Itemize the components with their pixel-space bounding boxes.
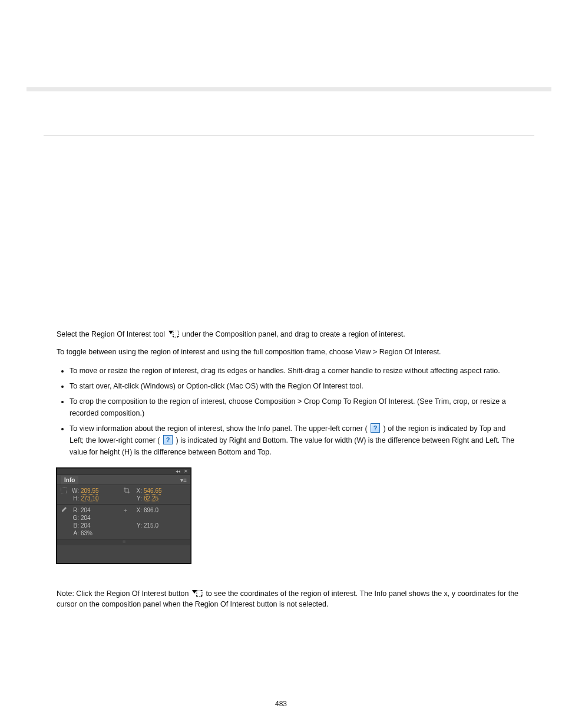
panel-close-icon[interactable]: ✕	[184, 469, 188, 474]
paragraph-roi-select: Select the Region Of Interest tool under…	[57, 329, 521, 340]
value-y[interactable]: 82.25	[144, 495, 162, 502]
value-r: 204	[81, 507, 92, 513]
label-x: X:	[133, 487, 144, 494]
value-x2: 696.0	[144, 507, 158, 513]
info-section-color: R:204 G:204 B:204 A:63% + X:696.0 Y:215.…	[57, 505, 190, 539]
svg-rect-6	[61, 487, 67, 493]
value-w[interactable]: 209.55	[81, 487, 99, 494]
panel-collapse-icon[interactable]: ◂◂	[176, 469, 180, 474]
list-item: To start over, Alt-click (Windows) or Op…	[70, 380, 521, 392]
info-col-anchor: X:546.65 Y:82.25	[124, 487, 187, 502]
value-x[interactable]: 546.65	[144, 487, 162, 494]
bounds-icon	[61, 487, 70, 502]
paragraph-toggle: To toggle between using the region of in…	[57, 347, 521, 357]
svg-marker-7	[192, 590, 197, 594]
bullet-list: To move or resize the region of interest…	[57, 365, 521, 458]
list-item: To view information about the region of …	[70, 423, 521, 458]
help-icon	[371, 423, 380, 433]
text: To view information about the region of …	[70, 424, 368, 433]
page-number: 483	[0, 700, 562, 708]
info-panel: ◂◂ ✕ Info ▾≡ W:209.55 H:273.10	[57, 468, 191, 564]
tab-info[interactable]: Info	[61, 476, 78, 485]
body-text-lower: Note: Click the Region Of Interest butto…	[57, 581, 521, 617]
panel-menu-icon[interactable]: ▾≡	[180, 477, 187, 483]
paragraph-note: Note: Click the Region Of Interest butto…	[57, 588, 521, 610]
value-y2: 215.0	[144, 522, 158, 529]
text: To crop the composition to the region of…	[70, 397, 506, 417]
info-col-rgba: R:204 G:204 B:204 A:63%	[61, 507, 124, 536]
body-text-upper: Select the Region Of Interest tool under…	[57, 321, 521, 464]
info-col-size: W:209.55 H:273.10	[61, 487, 124, 502]
panel-resize-grip[interactable]: ☰	[57, 539, 190, 545]
svg-rect-10	[201, 590, 202, 591]
svg-rect-11	[196, 595, 197, 597]
crop-icon	[124, 487, 133, 502]
divider	[44, 135, 534, 136]
svg-rect-3	[177, 331, 178, 331]
page: Select the Region Of Interest tool under…	[0, 0, 562, 728]
label-g: G:	[70, 515, 81, 521]
list-item: To crop the composition to the region of…	[70, 396, 521, 419]
svg-rect-2	[173, 331, 174, 331]
label-w: W:	[70, 487, 81, 494]
gradient-bar	[27, 87, 551, 91]
text: To start over, Alt-click (Windows) or Op…	[70, 382, 363, 390]
svg-rect-5	[177, 336, 178, 337]
svg-marker-0	[168, 331, 173, 334]
value-g: 204	[81, 515, 92, 521]
label-a: A:	[70, 530, 81, 536]
roi-tool-icon	[192, 589, 203, 597]
label-b: B:	[70, 522, 81, 529]
text: under the Composition panel, and drag to…	[182, 330, 405, 338]
crosshair-icon: +	[124, 507, 133, 536]
help-icon	[163, 435, 173, 444]
value-h[interactable]: 273.10	[81, 495, 99, 502]
roi-tool-icon	[168, 330, 179, 337]
value-a: 63%	[81, 530, 92, 536]
label-r: R:	[70, 507, 81, 513]
eyedropper-icon	[61, 507, 70, 536]
svg-rect-4	[173, 336, 174, 337]
panel-titlebar: ◂◂ ✕	[57, 469, 190, 475]
list-item: To move or resize the region of interest…	[70, 365, 521, 377]
label-h: H:	[70, 495, 81, 502]
info-section-bounds: W:209.55 H:273.10 X:546.65 Y:82.25	[57, 485, 190, 505]
svg-rect-12	[201, 595, 202, 597]
label-y: Y:	[133, 495, 144, 502]
text: Note: Click the Region Of Interest butto…	[57, 589, 191, 598]
text: To move or resize the region of interest…	[70, 367, 500, 375]
text: Select the Region Of Interest tool	[57, 330, 167, 338]
value-b: 204	[81, 522, 92, 529]
label-y2: Y:	[133, 522, 144, 529]
svg-rect-9	[196, 590, 197, 591]
info-col-cursor: + X:696.0 Y:215.0	[124, 507, 187, 536]
label-x2: X:	[133, 507, 144, 513]
panel-tabs: Info ▾≡	[57, 475, 190, 485]
